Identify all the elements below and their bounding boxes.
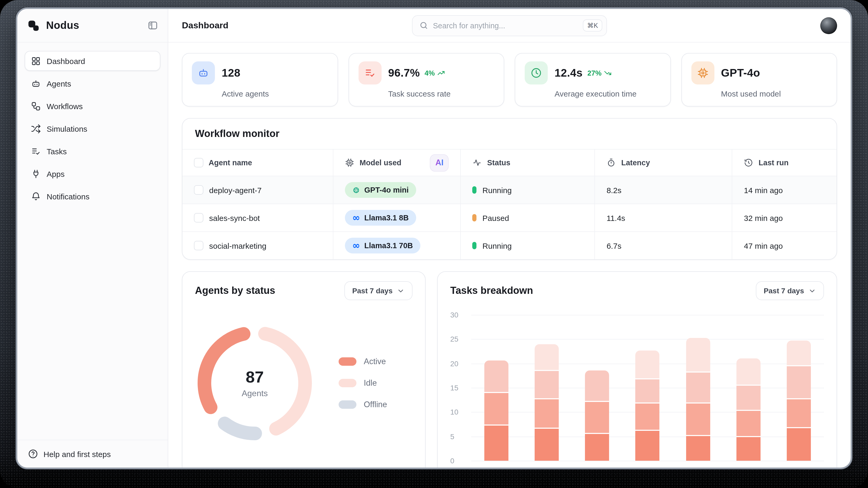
stat-label: Active agents: [222, 89, 328, 98]
sidebar-collapse-button[interactable]: [147, 20, 158, 31]
y-tick-label: 5: [450, 432, 466, 440]
bar-segment: [787, 341, 811, 366]
workflow-table: Agent nameModel usedAIStatusLatencyLast …: [182, 149, 837, 259]
sidebar-item-label: Dashboard: [46, 56, 85, 65]
nodus-logo-icon: [27, 19, 40, 32]
status-label: Paused: [483, 213, 509, 222]
sidebar-item-simulations[interactable]: Simulations: [25, 119, 160, 139]
cell-status: Running: [461, 176, 595, 204]
donut-legend: ActiveIdleOffline: [339, 357, 387, 409]
latency-value: 8.2s: [607, 185, 621, 194]
search-input[interactable]: [433, 21, 578, 30]
bar-segment: [737, 409, 761, 436]
tasks-breakdown-title: Tasks breakdown: [450, 285, 533, 296]
cell-last-run: 32 min ago: [732, 204, 837, 231]
sidebar-item-label: Notifications: [46, 192, 89, 201]
bar-feb-03: [484, 361, 508, 461]
tasks-breakdown-card: Tasks breakdown Past 7 days 051015202530: [437, 271, 837, 467]
legend-item-offline: Offline: [339, 400, 387, 409]
bar-segment: [535, 370, 559, 398]
sidebar-item-dashboard[interactable]: Dashboard: [25, 51, 160, 71]
workflow-monitor-card: Workflow monitor Agent nameModel usedAIS…: [182, 118, 837, 260]
plug-icon: [31, 169, 41, 179]
cpu-icon: [691, 61, 714, 85]
column-header-model: Model usedAI: [333, 149, 461, 176]
cell-last-run: 47 min ago: [732, 232, 837, 259]
app-window: Nodus DashboardAgentsWorkflowsSimulation…: [16, 7, 852, 469]
sidebar-item-apps[interactable]: Apps: [25, 164, 160, 184]
agents-donut-chart: 87 Agents: [194, 322, 315, 444]
y-tick-label: 30: [450, 311, 466, 319]
y-tick-label: 0: [450, 457, 466, 465]
column-header-agent: Agent name: [182, 149, 333, 176]
sidebar-item-notifications[interactable]: Notifications: [25, 186, 160, 206]
bar-feb-07: [686, 338, 710, 461]
cell-model: ∞Llama3.1 70B: [333, 232, 461, 259]
bar-segment: [585, 401, 609, 433]
table-row[interactable]: social-marketing∞Llama3.1 70BRunning6.7s…: [182, 231, 837, 259]
gridline: [471, 461, 824, 461]
stat-label: Most used model: [721, 89, 827, 98]
table-row[interactable]: deploy-agent-7GPT-4o miniRunning8.2s14 m…: [182, 176, 837, 204]
cell-agent-name: deploy-agent-7: [182, 176, 333, 204]
brand-name: Nodus: [46, 20, 142, 31]
help-link[interactable]: Help and first steps: [17, 440, 168, 467]
cell-status: Paused: [461, 204, 595, 231]
y-tick-label: 10: [450, 408, 466, 417]
bar-segment: [484, 424, 508, 461]
help-circle-icon: [28, 449, 38, 459]
grid-icon: [31, 56, 41, 66]
bar-segment: [585, 433, 609, 461]
table-body: deploy-agent-7GPT-4o miniRunning8.2s14 m…: [182, 176, 837, 259]
avatar[interactable]: [820, 17, 837, 34]
chevron-down-icon: [808, 287, 816, 295]
stats-row: 128Active agents96.7%4%Task success rate…: [182, 53, 837, 107]
tasks-range-label: Past 7 days: [764, 287, 804, 295]
bar-segment: [636, 402, 660, 430]
legend-label: Idle: [364, 378, 377, 388]
bot-icon: [31, 79, 41, 88]
bell-icon: [31, 191, 41, 201]
sidebar-item-workflows[interactable]: Workflows: [25, 96, 160, 116]
cell-model: GPT-4o mini: [333, 176, 461, 204]
status-dot: [472, 214, 477, 222]
agents-range-select[interactable]: Past 7 days: [344, 281, 412, 300]
shuffle-icon: [31, 123, 41, 134]
legend-swatch: [339, 379, 356, 387]
status-dot: [472, 186, 477, 194]
cell-status: Running: [461, 232, 595, 259]
agent-name: deploy-agent-7: [209, 185, 261, 194]
model-name: GPT-4o mini: [364, 186, 409, 194]
tasks-range-select[interactable]: Past 7 days: [756, 281, 824, 300]
agents-total-value: 87: [246, 368, 264, 387]
bar-feb-08: [737, 358, 761, 461]
topbar: Dashboard ⌘K: [168, 9, 851, 42]
table-row[interactable]: sales-sync-bot∞Llama3.1 8BPaused11.4s32 …: [182, 204, 837, 231]
desktop-background: Nodus DashboardAgentsWorkflowsSimulation…: [0, 0, 868, 488]
stat-card-active-agents: 128Active agents: [182, 53, 338, 107]
sidebar-item-tasks[interactable]: Tasks: [25, 141, 160, 161]
row-checkbox[interactable]: [194, 241, 204, 250]
bot-icon: [192, 61, 215, 85]
select-all-checkbox[interactable]: [194, 158, 204, 167]
trend-down-icon: [603, 69, 612, 77]
legend-item-idle: Idle: [339, 378, 387, 388]
bar-feb-05: [585, 370, 609, 461]
dashboard-content: 128Active agents96.7%4%Task success rate…: [168, 42, 851, 467]
legend-label: Offline: [364, 400, 387, 409]
row-checkbox[interactable]: [194, 213, 204, 223]
clock-icon: [525, 61, 548, 85]
openai-logo-icon: [352, 186, 360, 194]
column-label: Last run: [759, 159, 788, 167]
search-box[interactable]: ⌘K: [412, 15, 607, 36]
column-header-last_run: Last run: [732, 149, 837, 176]
legend-swatch: [339, 357, 356, 366]
bar-segment: [737, 436, 761, 461]
row-checkbox[interactable]: [194, 185, 204, 195]
brand-row: Nodus: [17, 9, 168, 42]
y-tick-label: 15: [450, 383, 466, 392]
sidebar-item-agents[interactable]: Agents: [25, 74, 160, 93]
agents-by-status-title: Agents by status: [195, 285, 275, 296]
column-header-latency: Latency: [594, 149, 732, 176]
column-label: Latency: [621, 159, 650, 167]
